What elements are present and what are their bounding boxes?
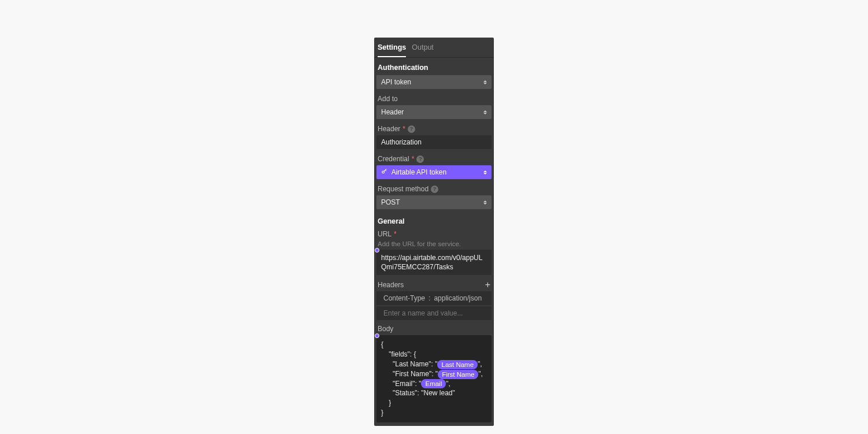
label-credential-text: Credential (378, 155, 409, 163)
variable-pill-first-name[interactable]: First Name (438, 370, 478, 379)
body-editor[interactable]: { "fields": { "Last Name": "Last Name", … (376, 335, 492, 422)
add-header-button[interactable]: + (485, 281, 490, 288)
tab-output[interactable]: Output (412, 43, 434, 57)
body-line: "Email": "Email", (381, 379, 487, 389)
url-input-value: https://api.airtable.com/v0/appULQmi75EM… (381, 254, 482, 271)
body-line: "Status": "New lead" (381, 388, 487, 398)
credential-select[interactable]: Airtable API token (376, 165, 492, 179)
select-caret-icon (483, 110, 487, 114)
select-caret-icon (483, 170, 487, 175)
key-icon (381, 168, 387, 176)
label-body: Body (374, 321, 494, 335)
label-credential: Credential * ? (374, 151, 494, 165)
settings-panel: Settings Output Authentication API token… (374, 38, 494, 426)
tab-settings[interactable]: Settings (378, 43, 406, 57)
header-sep: : (429, 294, 430, 302)
label-headers: Headers (378, 281, 404, 289)
body-line: "Last Name": "Last Name", (381, 359, 487, 369)
help-icon[interactable]: ? (416, 155, 424, 163)
variable-pill-email[interactable]: Email (421, 379, 446, 388)
header-value: application/json (434, 294, 482, 302)
label-request-method-text: Request method (378, 185, 429, 193)
help-icon[interactable]: ? (408, 125, 415, 133)
authentication-select-value: API token (381, 78, 411, 86)
request-method-select[interactable]: POST (376, 195, 492, 209)
label-header: Header * ? (374, 121, 494, 135)
select-caret-icon (483, 80, 487, 84)
label-header-text: Header (378, 125, 400, 133)
variable-pill-last-name[interactable]: Last Name (437, 360, 478, 369)
select-caret-icon (483, 201, 487, 205)
label-url-text: URL (378, 230, 391, 238)
mapped-indicator-icon (375, 333, 379, 338)
body-line: } (381, 398, 487, 408)
body-line: { (381, 340, 487, 350)
authentication-select[interactable]: API token (376, 75, 492, 89)
add-to-select[interactable]: Header (376, 105, 492, 119)
body-line: "First Name": "First Name", (381, 369, 487, 379)
tab-bar: Settings Output (374, 38, 494, 58)
header-key: Content-Type (383, 294, 425, 302)
body-line: } (381, 408, 487, 418)
required-marker: * (412, 155, 415, 163)
header-row-placeholder[interactable]: Enter a name and value... (376, 306, 492, 320)
label-add-to: Add to (374, 91, 494, 105)
section-authentication: Authentication (374, 58, 494, 75)
credential-select-value: Airtable API token (381, 168, 446, 176)
headers-header: Headers + (374, 277, 494, 291)
label-url: URL * (374, 229, 494, 240)
svg-point-0 (382, 171, 385, 173)
add-to-select-value: Header (381, 108, 404, 116)
help-icon[interactable]: ? (431, 186, 438, 193)
section-general: General (374, 212, 494, 229)
header-row[interactable]: Content-Type : application/json (376, 291, 492, 305)
label-request-method: Request method ? (374, 181, 494, 195)
required-marker: * (394, 230, 397, 238)
url-helper-text: Add the URL for the service. (374, 240, 494, 250)
url-input[interactable]: https://api.airtable.com/v0/appULQmi75EM… (376, 250, 492, 275)
credential-select-text: Airtable API token (391, 168, 446, 176)
required-marker: * (402, 125, 405, 133)
request-method-value: POST (381, 198, 400, 206)
header-input[interactable]: Authorization (376, 135, 492, 149)
mapped-indicator-icon (375, 248, 379, 253)
body-line: "fields": { (381, 350, 487, 359)
